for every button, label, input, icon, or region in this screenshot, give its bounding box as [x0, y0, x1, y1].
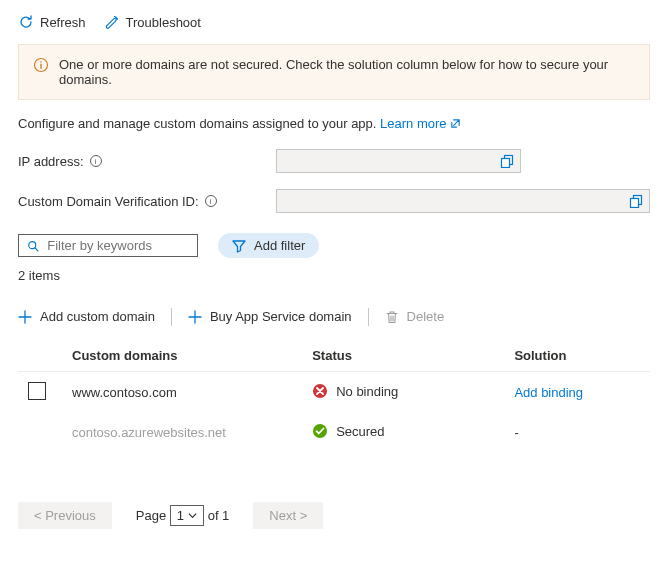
plus-icon — [188, 310, 202, 324]
troubleshoot-button[interactable]: Troubleshoot — [104, 12, 201, 32]
trash-icon — [385, 310, 399, 324]
item-count: 2 items — [18, 268, 650, 283]
refresh-label: Refresh — [40, 15, 86, 30]
refresh-icon — [18, 14, 34, 30]
info-icon[interactable]: i — [90, 155, 102, 167]
success-icon — [312, 423, 328, 439]
ip-address-row: IP address: i — [18, 149, 650, 173]
page-select[interactable]: 1 — [170, 505, 204, 526]
buy-domain-button[interactable]: Buy App Service domain — [172, 307, 368, 326]
refresh-button[interactable]: Refresh — [18, 12, 86, 32]
troubleshoot-label: Troubleshoot — [126, 15, 201, 30]
verification-id-value — [276, 189, 650, 213]
table-row: contoso.azurewebsites.net Secured - — [18, 413, 650, 452]
intro-text: Configure and manage custom domains assi… — [18, 116, 376, 131]
intro-text-row: Configure and manage custom domains assi… — [18, 116, 650, 131]
status-cell: Secured — [312, 423, 384, 439]
add-filter-button[interactable]: Add filter — [218, 233, 319, 258]
chevron-down-icon — [188, 511, 197, 520]
solution-cell: - — [504, 413, 650, 452]
add-custom-domain-button[interactable]: Add custom domain — [18, 307, 171, 326]
col-status[interactable]: Status — [302, 340, 504, 372]
warning-text: One or more domains are not secured. Che… — [59, 57, 635, 87]
search-icon — [27, 239, 39, 253]
ip-address-label: IP address: i — [18, 154, 268, 169]
delete-button: Delete — [369, 307, 461, 326]
domains-table: Custom domains Status Solution www.conto… — [18, 340, 650, 452]
plus-icon — [18, 310, 32, 324]
verification-id-row: Custom Domain Verification ID: i — [18, 189, 650, 213]
pagination: < Previous Page 1 of 1 Next > — [18, 502, 650, 529]
previous-page-button: < Previous — [18, 502, 112, 529]
svg-rect-2 — [40, 64, 41, 69]
domain-cell: www.contoso.com — [62, 372, 302, 414]
info-warning-icon — [33, 57, 49, 73]
status-cell: No binding — [312, 383, 398, 399]
action-bar: Add custom domain Buy App Service domain… — [18, 307, 650, 326]
row-checkbox[interactable] — [28, 382, 46, 400]
col-solution[interactable]: Solution — [504, 340, 650, 372]
domain-cell: contoso.azurewebsites.net — [62, 413, 302, 452]
external-link-icon — [450, 118, 461, 129]
svg-point-1 — [40, 61, 42, 63]
filter-icon — [232, 239, 246, 253]
next-page-button: Next > — [253, 502, 323, 529]
learn-more-link[interactable]: Learn more — [380, 116, 461, 131]
add-binding-link[interactable]: Add binding — [514, 385, 583, 400]
svg-rect-4 — [502, 159, 510, 168]
filter-row: Add filter — [18, 233, 650, 258]
toolbar: Refresh Troubleshoot — [18, 12, 650, 32]
copy-icon[interactable] — [629, 194, 643, 208]
svg-rect-6 — [631, 199, 639, 208]
warning-banner: One or more domains are not secured. Che… — [18, 44, 650, 100]
verification-id-label: Custom Domain Verification ID: i — [18, 194, 268, 209]
table-row[interactable]: www.contoso.com No binding Add binding — [18, 372, 650, 414]
filter-input[interactable] — [47, 238, 189, 253]
col-domain[interactable]: Custom domains — [62, 340, 302, 372]
wrench-icon — [104, 14, 120, 30]
search-box[interactable] — [18, 234, 198, 257]
ip-address-value — [276, 149, 521, 173]
info-icon[interactable]: i — [205, 195, 217, 207]
svg-line-8 — [35, 247, 38, 250]
page-indicator: Page 1 of 1 — [136, 505, 230, 526]
copy-icon[interactable] — [500, 154, 514, 168]
error-icon — [312, 383, 328, 399]
col-checkbox — [18, 340, 62, 372]
